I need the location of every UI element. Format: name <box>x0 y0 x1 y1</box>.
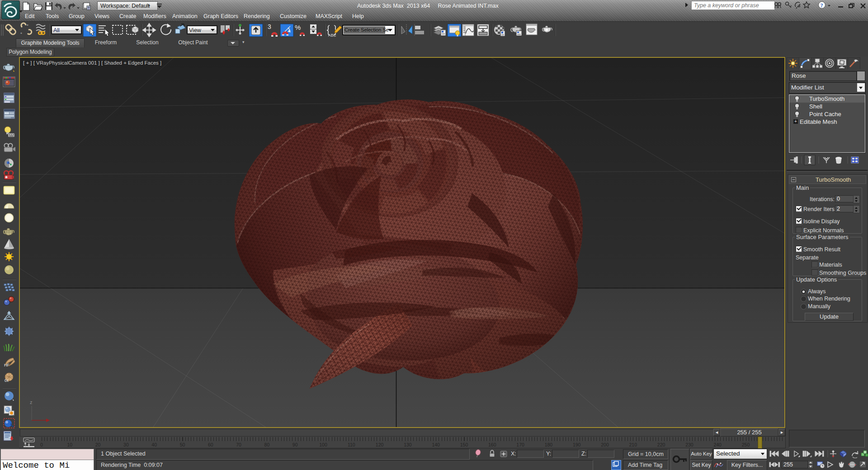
svg-text:✦: ✦ <box>20 32 23 35</box>
svg-text:255: 255 <box>783 461 793 468</box>
svg-text:%: % <box>295 24 301 31</box>
svg-text:0x: 0x <box>5 378 9 383</box>
svg-text:?: ? <box>821 2 823 9</box>
svg-text:Create Selection Se: Create Selection Se <box>344 27 389 33</box>
svg-text:✦: ✦ <box>26 24 29 27</box>
svg-text:HF: HF <box>4 363 9 367</box>
svg-text:All: All <box>53 27 60 33</box>
svg-text:z: z <box>30 400 33 405</box>
svg-text:View: View <box>189 27 202 33</box>
svg-text:3: 3 <box>268 23 271 30</box>
svg-text:ABC: ABC <box>328 33 336 38</box>
